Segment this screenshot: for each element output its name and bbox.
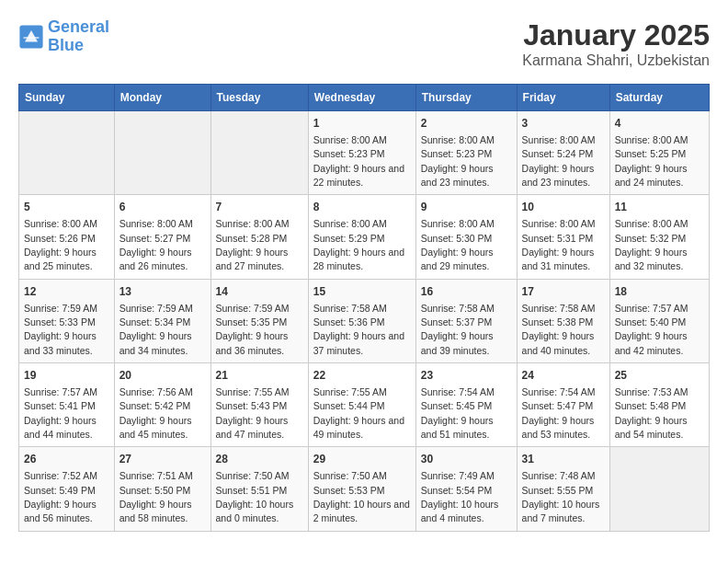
day-info: Sunrise: 7:57 AMSunset: 5:41 PMDaylight:…: [24, 386, 97, 440]
day-info: Sunrise: 8:00 AMSunset: 5:30 PMDaylight:…: [421, 218, 495, 271]
day-info: Sunrise: 7:53 AMSunset: 5:48 PMDaylight:…: [615, 386, 688, 440]
day-cell: 5Sunrise: 8:00 AMSunset: 5:26 PMDaylight…: [19, 195, 115, 279]
day-number: 12: [24, 284, 109, 300]
day-info: Sunrise: 7:55 AMSunset: 5:44 PMDaylight:…: [313, 386, 404, 440]
day-info: Sunrise: 8:00 AMSunset: 5:26 PMDaylight:…: [24, 218, 97, 271]
day-number: 28: [216, 452, 303, 467]
day-cell: 23Sunrise: 7:54 AMSunset: 5:45 PMDayligh…: [415, 363, 517, 447]
day-number: 23: [421, 368, 512, 384]
day-cell: 11Sunrise: 8:00 AMSunset: 5:32 PMDayligh…: [609, 195, 709, 279]
day-cell: 17Sunrise: 7:58 AMSunset: 5:38 PMDayligh…: [517, 279, 609, 362]
day-cell: 9Sunrise: 8:00 AMSunset: 5:30 PMDaylight…: [415, 195, 517, 279]
day-info: Sunrise: 7:58 AMSunset: 5:36 PMDaylight:…: [313, 303, 404, 356]
day-number: 25: [615, 368, 704, 384]
day-info: Sunrise: 7:50 AMSunset: 5:53 PMDaylight:…: [313, 470, 410, 523]
day-cell: 12Sunrise: 7:59 AMSunset: 5:33 PMDayligh…: [19, 279, 115, 362]
day-info: Sunrise: 7:48 AMSunset: 5:55 PMDaylight:…: [522, 470, 600, 523]
day-info: Sunrise: 7:59 AMSunset: 5:33 PMDaylight:…: [24, 303, 97, 356]
day-number: 14: [216, 284, 303, 300]
day-number: 13: [119, 284, 206, 300]
day-number: 9: [421, 200, 512, 215]
day-cell: 28Sunrise: 7:50 AMSunset: 5:51 PMDayligh…: [210, 447, 308, 531]
day-cell: 26Sunrise: 7:52 AMSunset: 5:49 PMDayligh…: [19, 447, 115, 531]
day-info: Sunrise: 7:56 AMSunset: 5:42 PMDaylight:…: [119, 386, 193, 440]
day-info: Sunrise: 7:57 AMSunset: 5:40 PMDaylight:…: [615, 303, 688, 356]
day-cell: 29Sunrise: 7:50 AMSunset: 5:53 PMDayligh…: [308, 447, 415, 531]
day-number: 3: [522, 116, 605, 132]
column-header-monday: Monday: [114, 85, 210, 111]
day-number: 19: [24, 368, 109, 384]
week-row-3: 12Sunrise: 7:59 AMSunset: 5:33 PMDayligh…: [19, 279, 710, 362]
day-cell: 6Sunrise: 8:00 AMSunset: 5:27 PMDaylight…: [114, 195, 210, 279]
day-cell: 16Sunrise: 7:58 AMSunset: 5:37 PMDayligh…: [415, 279, 517, 362]
week-row-1: 1Sunrise: 8:00 AMSunset: 5:23 PMDaylight…: [19, 111, 710, 195]
column-header-saturday: Saturday: [609, 85, 709, 111]
day-number: 17: [522, 284, 605, 300]
logo-icon: [18, 24, 44, 50]
day-info: Sunrise: 7:51 AMSunset: 5:50 PMDaylight:…: [119, 470, 193, 523]
day-info: Sunrise: 7:54 AMSunset: 5:47 PMDaylight:…: [522, 386, 596, 440]
week-row-5: 26Sunrise: 7:52 AMSunset: 5:49 PMDayligh…: [19, 447, 710, 531]
day-cell: 31Sunrise: 7:48 AMSunset: 5:55 PMDayligh…: [517, 447, 609, 531]
day-number: 6: [119, 200, 206, 215]
calendar-header: SundayMondayTuesdayWednesdayThursdayFrid…: [19, 85, 710, 111]
day-info: Sunrise: 7:59 AMSunset: 5:35 PMDaylight:…: [216, 303, 290, 356]
day-cell: 30Sunrise: 7:49 AMSunset: 5:54 PMDayligh…: [415, 447, 517, 531]
day-cell: 10Sunrise: 8:00 AMSunset: 5:31 PMDayligh…: [517, 195, 609, 279]
day-info: Sunrise: 7:52 AMSunset: 5:49 PMDaylight:…: [24, 470, 97, 523]
svg-rect-2: [24, 37, 40, 39]
day-info: Sunrise: 8:00 AMSunset: 5:27 PMDaylight:…: [119, 218, 193, 271]
page-subtitle: Karmana Shahri, Uzbekistan: [522, 52, 710, 69]
day-info: Sunrise: 7:58 AMSunset: 5:37 PMDaylight:…: [421, 303, 495, 356]
calendar-body: 1Sunrise: 8:00 AMSunset: 5:23 PMDaylight…: [19, 111, 710, 532]
day-number: 4: [615, 116, 704, 132]
day-number: 7: [216, 200, 303, 215]
day-cell: 19Sunrise: 7:57 AMSunset: 5:41 PMDayligh…: [19, 363, 115, 447]
day-cell: 15Sunrise: 7:58 AMSunset: 5:36 PMDayligh…: [308, 279, 415, 362]
calendar-table: SundayMondayTuesdayWednesdayThursdayFrid…: [18, 84, 710, 532]
day-cell: [210, 111, 308, 195]
day-cell: 3Sunrise: 8:00 AMSunset: 5:24 PMDaylight…: [517, 111, 609, 195]
day-number: 26: [24, 452, 109, 467]
page-header: General Blue January 2025 Karmana Shahri…: [18, 18, 710, 69]
logo-line2: Blue: [48, 36, 84, 54]
day-cell: 14Sunrise: 7:59 AMSunset: 5:35 PMDayligh…: [210, 279, 308, 362]
day-number: 31: [522, 452, 605, 467]
day-number: 15: [313, 284, 411, 300]
day-cell: 1Sunrise: 8:00 AMSunset: 5:23 PMDaylight…: [308, 111, 415, 195]
column-header-tuesday: Tuesday: [210, 85, 308, 111]
day-number: 24: [522, 368, 605, 384]
column-header-thursday: Thursday: [415, 85, 517, 111]
title-block: January 2025 Karmana Shahri, Uzbekistan: [522, 18, 710, 69]
day-cell: [609, 447, 709, 531]
day-number: 8: [313, 200, 411, 215]
day-number: 1: [313, 116, 411, 132]
day-info: Sunrise: 8:00 AMSunset: 5:23 PMDaylight:…: [421, 134, 495, 188]
day-cell: 18Sunrise: 7:57 AMSunset: 5:40 PMDayligh…: [609, 279, 709, 362]
day-info: Sunrise: 8:00 AMSunset: 5:29 PMDaylight:…: [313, 218, 404, 271]
logo: General Blue: [18, 18, 109, 55]
day-info: Sunrise: 8:00 AMSunset: 5:25 PMDaylight:…: [615, 134, 688, 188]
day-cell: 21Sunrise: 7:55 AMSunset: 5:43 PMDayligh…: [210, 363, 308, 447]
day-cell: 22Sunrise: 7:55 AMSunset: 5:44 PMDayligh…: [308, 363, 415, 447]
day-info: Sunrise: 7:59 AMSunset: 5:34 PMDaylight:…: [119, 303, 193, 356]
column-header-friday: Friday: [517, 85, 609, 111]
day-info: Sunrise: 8:00 AMSunset: 5:28 PMDaylight:…: [216, 218, 290, 271]
column-header-wednesday: Wednesday: [308, 85, 415, 111]
logo-line1: General: [48, 17, 109, 36]
day-number: 16: [421, 284, 512, 300]
day-info: Sunrise: 8:00 AMSunset: 5:31 PMDaylight:…: [522, 218, 596, 271]
day-number: 30: [421, 452, 512, 467]
day-info: Sunrise: 7:49 AMSunset: 5:54 PMDaylight:…: [421, 470, 499, 523]
day-cell: 20Sunrise: 7:56 AMSunset: 5:42 PMDayligh…: [114, 363, 210, 447]
day-info: Sunrise: 7:54 AMSunset: 5:45 PMDaylight:…: [421, 386, 495, 440]
week-row-2: 5Sunrise: 8:00 AMSunset: 5:26 PMDaylight…: [19, 195, 710, 279]
day-number: 2: [421, 116, 512, 132]
day-cell: 7Sunrise: 8:00 AMSunset: 5:28 PMDaylight…: [210, 195, 308, 279]
day-number: 5: [24, 200, 109, 215]
week-row-4: 19Sunrise: 7:57 AMSunset: 5:41 PMDayligh…: [19, 363, 710, 447]
day-info: Sunrise: 7:58 AMSunset: 5:38 PMDaylight:…: [522, 303, 596, 356]
day-number: 11: [615, 200, 704, 215]
column-header-sunday: Sunday: [19, 85, 115, 111]
day-cell: 8Sunrise: 8:00 AMSunset: 5:29 PMDaylight…: [308, 195, 415, 279]
